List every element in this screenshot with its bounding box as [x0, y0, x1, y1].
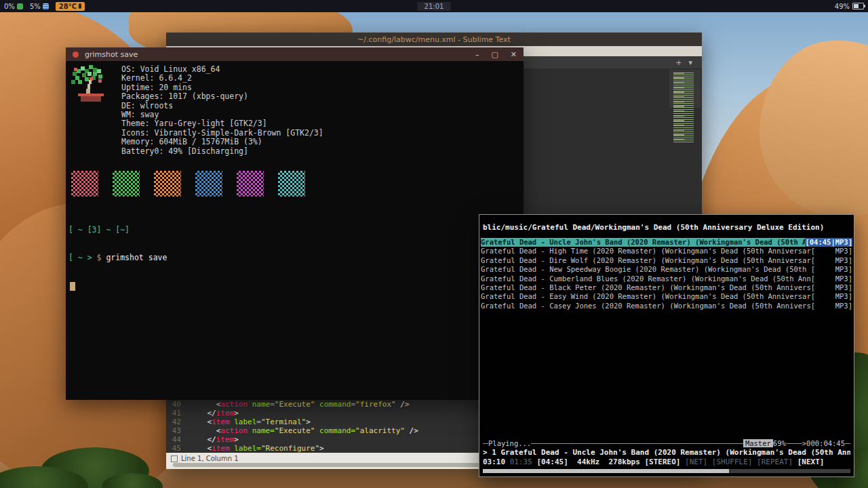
fetch-info-line: Uptime: 20 mins	[121, 83, 521, 92]
palette-block	[154, 171, 181, 197]
divider-line	[483, 443, 488, 444]
minimap-lines	[673, 73, 698, 143]
playlist-row[interactable]: Grateful Dead - Dire Wolf (2020 Remaster…	[481, 256, 852, 265]
divider-line	[845, 443, 850, 444]
fetch-info-line: DE: wlroots	[121, 102, 521, 110]
terminal-cursor	[70, 282, 75, 291]
divider-line	[786, 443, 802, 444]
cpu-widget[interactable]: 0%	[4, 3, 23, 10]
playlist-row[interactable]: Grateful Dead - New Speedway Boogie (202…	[481, 265, 852, 274]
palette-block	[113, 171, 140, 197]
moc-stats: 03:10 01:35 [04:45] 44kHz 278kbps [STERE…	[483, 458, 850, 467]
thermometer-icon	[79, 3, 81, 9]
status-bar: 0% 5% 28°C 21:01 49%	[0, 0, 868, 12]
cpu-icon	[17, 3, 23, 9]
player-state: Playing...	[488, 439, 531, 447]
terminal-title: grimshot save	[85, 50, 138, 59]
terminal-titlebar[interactable]: grimshot save – ▢ ✕	[66, 47, 524, 61]
terminal-window: grimshot save – ▢ ✕	[66, 47, 524, 400]
terminal-body[interactable]: OS: Void Linux x86_64Kernel: 6.6.4_2Upti…	[66, 61, 524, 400]
playlist: Grateful Dead - Uncle John's Band (2020 …	[481, 238, 852, 310]
app-dot-icon	[73, 52, 79, 58]
sublime-titlebar[interactable]: ~/.config/labwc/menu.xml - Sublime Text	[166, 33, 702, 46]
cursor-position: Line 1, Column 1	[181, 455, 239, 462]
fetch-info-line: Packages: 1017 (xbps-query)	[121, 92, 521, 101]
sublime-title: ~/.config/labwc/menu.xml - Sublime Text	[357, 35, 511, 44]
minimize-icon[interactable]: –	[475, 50, 479, 59]
new-tab-button[interactable]: +	[675, 58, 682, 67]
moc-window: blic/music/Grateful Dead/Workingman's De…	[479, 214, 854, 477]
fetch-info-line: Theme: Yaru-Grey-light [GTK2/3]	[121, 119, 521, 128]
playlist-row[interactable]: Grateful Dead - Easy Wind (2020 Remaster…	[481, 292, 852, 301]
playlist-row[interactable]: Grateful Dead - High Time (2020 Remaster…	[481, 247, 852, 256]
prompt-line-1: [ ~ [3] ~ [~]	[68, 226, 521, 235]
total-time: >000:04:45	[802, 439, 845, 447]
maximize-icon[interactable]: ▢	[491, 50, 498, 59]
temperature-widget[interactable]: 28°C	[56, 2, 85, 11]
fetch-info-line: Kernel: 6.6.4_2	[121, 74, 521, 83]
color-palette	[71, 171, 521, 197]
clock[interactable]: 21:01	[418, 2, 451, 11]
memory-value: 5%	[30, 3, 41, 10]
bonsai-art	[68, 62, 113, 105]
master-volume-label: Master	[743, 439, 773, 447]
prompt-line-2: [ ~ > $ grimshot save	[68, 253, 521, 263]
battery-fill	[854, 4, 859, 8]
playback-progress[interactable]	[483, 469, 850, 473]
fetch-info-line: WM: sway	[121, 110, 521, 119]
memory-widget[interactable]: 5%	[30, 3, 49, 10]
directory-path: blic/music/Grateful Dead/Workingman's De…	[483, 223, 850, 232]
palette-block	[195, 171, 222, 197]
palette-block	[278, 171, 305, 197]
battery-widget[interactable]: 49%	[835, 3, 864, 10]
divider-line	[531, 443, 743, 444]
status-icon	[171, 455, 178, 462]
moc-footer: Playing... Master 69% >000:04:45 > 1 Gra…	[479, 439, 854, 476]
cpu-value: 0%	[4, 3, 15, 10]
fetch-info-line: OS: Void Linux x86_64	[121, 65, 521, 74]
battery-icon	[852, 3, 864, 9]
memory-icon	[43, 3, 49, 9]
moc-status-line: Playing... Master 69% >000:04:45	[483, 439, 850, 448]
tab-overflow-chevron-down-icon[interactable]: ▾	[688, 58, 692, 67]
fetch-info-line: Icons: Vibrantly-Simple-Dark-Brown [GTK2…	[121, 129, 521, 138]
fetch-info-line: Battery0: 49% [Discharging]	[121, 147, 521, 156]
volume-percent: 69%	[773, 439, 786, 447]
playlist-row[interactable]: Grateful Dead - Casey Jones (2020 Remast…	[481, 302, 852, 310]
fetch-info-line: Memory: 604MiB / 15767MiB (3%)	[121, 138, 521, 146]
battery-value: 49%	[835, 3, 850, 10]
palette-block	[71, 171, 98, 197]
playlist-row[interactable]: Grateful Dead - Black Peter (2020 Remast…	[481, 283, 852, 292]
playlist-row[interactable]: Grateful Dead - Uncle John's Band (2020 …	[481, 238, 852, 247]
playlist-row[interactable]: Grateful Dead - Cumberland Blues (2020 R…	[481, 274, 852, 283]
moc-progress-fill	[483, 469, 729, 473]
palette-block	[237, 171, 264, 197]
now-playing-title: > 1 Grateful Dead - Uncle John's Band (2…	[483, 448, 850, 458]
temperature-value: 28°C	[59, 3, 77, 10]
fetch-info: OS: Void Linux x86_64Kernel: 6.6.4_2Upti…	[121, 65, 521, 156]
close-icon[interactable]: ✕	[511, 50, 517, 59]
